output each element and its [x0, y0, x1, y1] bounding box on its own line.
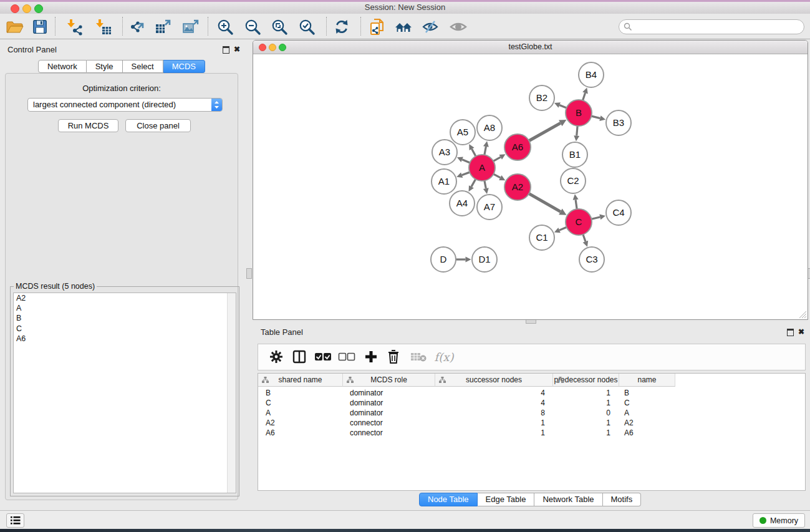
- show-graphics-details-button[interactable]: [448, 17, 468, 37]
- column-header-name[interactable]: name: [619, 374, 675, 387]
- refresh-layout-button[interactable]: [332, 17, 352, 37]
- result-list-scrollbar[interactable]: [227, 293, 236, 493]
- graph-node-B2[interactable]: B2: [529, 85, 554, 110]
- table-row[interactable]: Bdominator41B: [258, 388, 805, 398]
- home-networks-button[interactable]: [393, 17, 413, 37]
- function-builder-button[interactable]: f(x): [432, 347, 456, 366]
- tab-mcds[interactable]: MCDS: [163, 60, 205, 73]
- result-item[interactable]: A2: [14, 293, 236, 303]
- export-table-button[interactable]: [153, 17, 173, 37]
- graph-node-A[interactable]: A: [469, 155, 495, 181]
- clone-network-button[interactable]: [367, 17, 387, 37]
- table-row[interactable]: A2connector11A2: [258, 418, 805, 428]
- tab-network-table[interactable]: Network Table: [534, 493, 602, 506]
- graph-node-C[interactable]: C: [566, 209, 592, 235]
- table-cell[interactable]: B: [258, 388, 342, 398]
- edge-A-A6[interactable]: [493, 157, 501, 162]
- memory-button[interactable]: Memory: [753, 513, 805, 528]
- task-history-button[interactable]: [6, 513, 24, 528]
- graph-node-B1[interactable]: B1: [562, 142, 587, 167]
- network-canvas[interactable]: AA1A2A3A4A5A6A7A8BB1B2B3B4CC1C2C3C4DD1: [253, 54, 808, 319]
- edge-B-B2[interactable]: [559, 105, 566, 108]
- close-panel-icon[interactable]: ✖: [234, 46, 240, 53]
- open-session-button[interactable]: [4, 17, 24, 37]
- table-cell[interactable]: 8: [434, 408, 551, 418]
- tab-edge-table[interactable]: Edge Table: [478, 493, 535, 506]
- zoom-selected-button[interactable]: [297, 17, 317, 37]
- result-item[interactable]: A: [14, 303, 236, 313]
- graph-node-B3[interactable]: B3: [606, 110, 631, 135]
- table-cell[interactable]: C: [617, 398, 672, 408]
- zoom-in-button[interactable]: [215, 17, 235, 37]
- graph-node-D1[interactable]: D1: [472, 247, 497, 272]
- criterion-dropdown[interactable]: largest connected component (directed): [27, 98, 223, 112]
- table-cell[interactable]: 1: [551, 428, 617, 438]
- resize-grip-icon[interactable]: [799, 311, 807, 319]
- export-image-button[interactable]: [181, 17, 201, 37]
- table-cell[interactable]: connector: [342, 418, 434, 428]
- edge-C-C2[interactable]: [576, 200, 577, 209]
- close-table-panel-icon[interactable]: ✖: [798, 328, 804, 336]
- mcds-result-list[interactable]: A2ABCA6: [13, 293, 236, 493]
- edge-B-B3[interactable]: [591, 116, 600, 118]
- graph-node-A3[interactable]: A3: [432, 140, 457, 165]
- edge-B-B4[interactable]: [583, 93, 586, 100]
- edge-A-A2[interactable]: [493, 174, 500, 178]
- import-table-button[interactable]: [94, 17, 113, 37]
- table-cell[interactable]: connector: [342, 428, 434, 438]
- graph-node-B[interactable]: B: [566, 100, 592, 126]
- result-item[interactable]: A6: [14, 334, 236, 344]
- tab-motifs[interactable]: Motifs: [603, 493, 642, 506]
- tab-select[interactable]: Select: [123, 60, 163, 73]
- edge-C-C4[interactable]: [591, 217, 600, 219]
- result-item[interactable]: B: [14, 313, 236, 323]
- left-splitter-handle[interactable]: [246, 268, 252, 279]
- table-cell[interactable]: A6: [258, 428, 342, 438]
- select-all-button[interactable]: [314, 347, 332, 366]
- search-input[interactable]: [619, 19, 804, 34]
- zoom-fit-button[interactable]: [269, 17, 289, 37]
- graph-node-C3[interactable]: C3: [579, 247, 604, 272]
- graph-node-C1[interactable]: C1: [529, 225, 554, 250]
- table-row[interactable]: A6connector11A6: [258, 428, 805, 438]
- column-header-predecessor-nodes[interactable]: predecessor nodes: [553, 374, 619, 387]
- table-row[interactable]: Adominator80A: [258, 408, 805, 418]
- edge-A2-C[interactable]: [529, 193, 561, 211]
- graph-node-B4[interactable]: B4: [579, 62, 604, 87]
- edge-A-A1[interactable]: [462, 172, 470, 175]
- table-cell[interactable]: 1: [551, 398, 617, 408]
- edge-A6-B[interactable]: [529, 123, 560, 140]
- tab-network[interactable]: Network: [38, 60, 87, 73]
- zoom-out-button[interactable]: [243, 17, 263, 37]
- table-cell[interactable]: dominator: [342, 408, 434, 418]
- table-cell[interactable]: A2: [258, 418, 342, 428]
- edge-C-C3[interactable]: [583, 235, 586, 241]
- edge-A-A5[interactable]: [472, 149, 476, 157]
- float-panel-icon[interactable]: [223, 46, 229, 54]
- run-mcds-button[interactable]: Run MCDS: [58, 119, 118, 132]
- import-network-button[interactable]: [65, 17, 85, 37]
- column-header-shared-name[interactable]: shared name: [258, 374, 343, 387]
- edge-B-B1[interactable]: [577, 126, 577, 136]
- table-row[interactable]: Cdominator41C: [258, 398, 805, 408]
- graph-node-A8[interactable]: A8: [477, 115, 502, 140]
- table-cell[interactable]: 4: [434, 398, 551, 408]
- graph-node-A4[interactable]: A4: [450, 191, 475, 216]
- column-header-MCDS-role[interactable]: MCDS role: [343, 374, 435, 387]
- tab-node-table[interactable]: Node Table: [419, 493, 478, 506]
- table-cell[interactable]: dominator: [342, 388, 434, 398]
- close-panel-button[interactable]: Close panel: [125, 119, 191, 132]
- graph-node-A7[interactable]: A7: [477, 195, 502, 220]
- table-options-button[interactable]: [267, 347, 286, 366]
- graph-node-A6[interactable]: A6: [504, 134, 531, 160]
- graph-node-A5[interactable]: A5: [450, 120, 475, 145]
- deselect-all-button[interactable]: [337, 347, 356, 366]
- table-cell[interactable]: 1: [551, 418, 617, 428]
- table-cell[interactable]: 1: [434, 428, 551, 438]
- edge-A-A8[interactable]: [485, 147, 486, 155]
- graph-node-D[interactable]: D: [431, 247, 456, 272]
- result-item[interactable]: C: [14, 324, 236, 334]
- table-cell[interactable]: dominator: [342, 398, 434, 408]
- table-cell[interactable]: 4: [434, 388, 551, 398]
- float-table-panel-icon[interactable]: [787, 329, 794, 336]
